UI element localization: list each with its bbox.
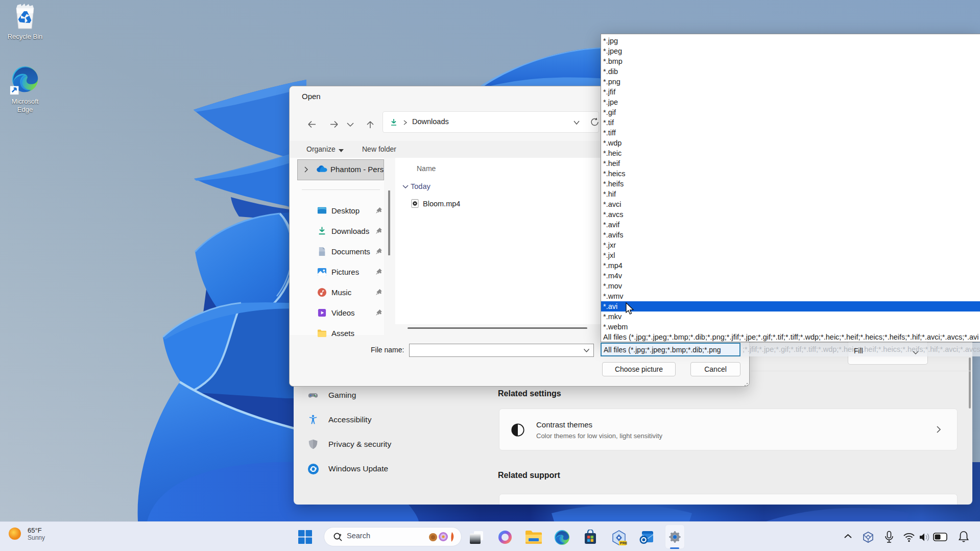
svg-text:PRE: PRE [620,541,627,545]
